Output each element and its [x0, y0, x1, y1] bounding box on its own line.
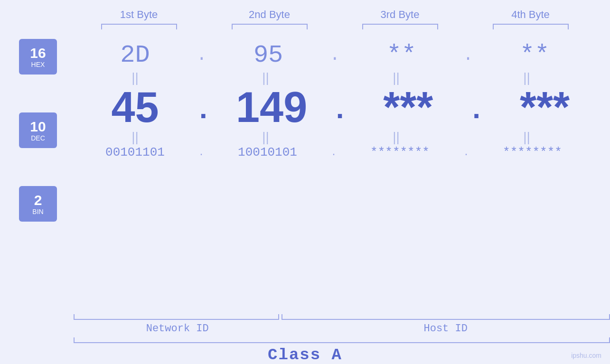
class-bracket-wrapper: [0, 337, 610, 343]
eq-1-3: ||: [331, 70, 461, 85]
class-label-row: Class A: [0, 346, 610, 364]
bin-badge: 2 BIN: [19, 186, 57, 222]
bottom-brackets-row: [0, 314, 610, 320]
bin-cell-3: ********: [335, 145, 465, 159]
host-bracket-bottom: [282, 314, 610, 320]
bracket-1: [74, 24, 204, 29]
bracket-top-3: [362, 24, 438, 29]
bin-cell-2: 10010101: [202, 145, 333, 159]
class-label: Class A: [268, 346, 342, 364]
host-id-label: Host ID: [281, 323, 610, 335]
eq-2-2: ||: [200, 130, 331, 145]
dec-cell-3: ***: [343, 86, 473, 129]
eq-1-4: ||: [461, 70, 592, 85]
bin-row: 00101101 . 10010101 . ******** . *******…: [70, 145, 610, 159]
bracket-2: [204, 24, 335, 29]
byte-header-1: 1st Byte: [74, 9, 204, 21]
hex-cell-4: **: [469, 41, 600, 69]
dec-badge: 10 DEC: [19, 112, 57, 148]
byte-headers: 1st Byte 2nd Byte 3rd Byte 4th Byte: [0, 0, 610, 21]
bracket-top-1: [101, 24, 177, 29]
byte-header-4: 4th Byte: [465, 9, 596, 21]
dec-cell-2: 149: [206, 86, 337, 129]
dec-cell-4: ***: [479, 86, 610, 129]
bracket-top-2: [232, 24, 308, 29]
hex-cell-2: 95: [203, 41, 334, 69]
hex-row: 2D . 95 . ** . **: [70, 41, 610, 69]
bin-cell-4: ********: [467, 145, 598, 159]
eq-1-1: ||: [70, 70, 200, 85]
labels-column: 16 HEX 10 DEC 2 BIN: [19, 34, 70, 310]
main-container: 1st Byte 2nd Byte 3rd Byte 4th Byte 16 H…: [0, 0, 610, 364]
equals-row-2: || || || ||: [70, 129, 610, 145]
rows-area: 16 HEX 10 DEC 2 BIN 2D .: [0, 34, 610, 310]
id-labels-row: Network ID Host ID: [0, 323, 610, 335]
eq-2-4: ||: [461, 130, 592, 145]
hex-badge: 16 HEX: [19, 39, 57, 75]
bracket-4: [465, 24, 596, 29]
watermark: ipshu.com: [571, 352, 601, 359]
eq-2-1: ||: [70, 130, 200, 145]
bracket-top-4: [493, 24, 569, 29]
outer-bracket-bottom: [74, 337, 610, 343]
byte-header-2: 2nd Byte: [204, 9, 335, 21]
network-id-label: Network ID: [74, 323, 281, 335]
data-grid: 2D . 95 . ** . ** || || || ||: [70, 34, 610, 310]
hex-cell-1: 2D: [70, 41, 200, 69]
eq-1-2: ||: [200, 70, 331, 85]
top-brackets-row: [0, 24, 610, 29]
bin-cell-1: 00101101: [70, 145, 200, 159]
bracket-3: [335, 24, 465, 29]
byte-header-3: 3rd Byte: [335, 9, 465, 21]
dec-cell-1: 45: [70, 86, 200, 129]
eq-2-3: ||: [331, 130, 461, 145]
dec-row: 45 . 149 . *** . ***: [70, 86, 610, 129]
hex-cell-3: **: [336, 41, 467, 69]
network-bracket-bottom: [74, 314, 279, 320]
